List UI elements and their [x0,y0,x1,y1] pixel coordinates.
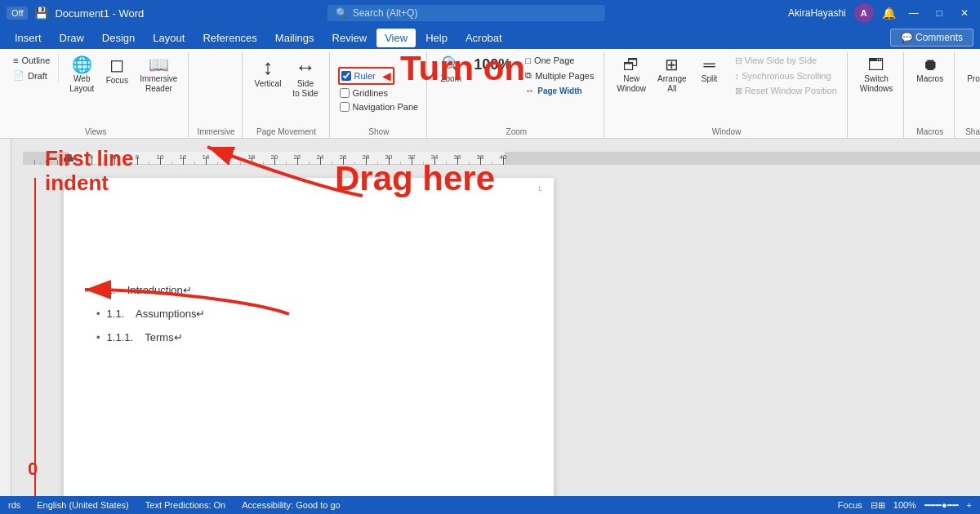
svg-rect-37 [286,162,287,165]
status-accessibility[interactable]: Accessibility: Good to go [242,500,340,510]
gridlines-checkbox[interactable] [340,88,350,98]
menu-mailings[interactable]: Mailings [267,29,323,47]
focus-icon: ◻ [109,56,124,74]
bullet-1: • [96,284,100,296]
document-page[interactable]: └ • 1. Introduction↵ • 1.1. Assumptions↵… [64,178,554,496]
svg-rect-55 [423,162,424,165]
ribbon-split-btn[interactable]: ═ Split [694,54,725,86]
doc-title: Document1 - Word [55,7,144,20]
gridlines-label: Gridlines [353,88,388,98]
menu-review[interactable]: Review [324,29,376,47]
zoom-level[interactable]: 100% [893,500,916,510]
ribbon-focus-btn[interactable]: ◻ Focus [101,54,132,88]
ribbon-switchwindows-btn[interactable]: 🗔 SwitchWindows [856,54,898,96]
svg-rect-34 [263,162,264,165]
svg-rect-64 [492,162,492,165]
ribbon-zoom-btn[interactable]: 🔍 Zoom [435,54,466,86]
menu-insert[interactable]: Insert [7,29,50,47]
save-icon[interactable]: 💾 [34,7,48,20]
menu-help[interactable]: Help [417,29,456,47]
svg-rect-22 [172,162,172,165]
menu-design[interactable]: Design [94,29,143,47]
zoom-slider[interactable]: ━━━●━━ [924,500,959,511]
svg-text:10: 10 [157,153,164,161]
close-button[interactable]: ✕ [956,7,973,19]
svg-rect-2 [34,160,35,165]
search-box[interactable]: 🔍 Search (Alt+Q) [327,5,605,21]
menu-layout[interactable]: Layout [145,29,193,47]
pagewidth-icon: ↔ [525,86,534,95]
menu-draw[interactable]: Draw [51,29,92,47]
ribbon-macros-btn[interactable]: ⏺ Macros [912,54,947,86]
menu-references[interactable]: References [194,29,265,47]
horizontal-ruler: 2 4 6 8 10 12 [23,152,980,165]
ribbon-draft-btn[interactable]: 📄 Draft [10,69,53,82]
zoom-plus[interactable]: + [967,500,972,510]
menu-bar: Insert Draw Design Layout References Mai… [0,26,980,49]
user-name: AkiraHayashi [788,7,846,19]
ribbon-newwindow-btn[interactable]: 🗗 NewWindow [612,54,650,96]
sharepoint-group-label: SharePoint [963,127,980,136]
line-text-2: 1.1. Assumptions↵ [107,308,206,320]
ribbon-pagewidth-btn[interactable]: ↔ Page Width [522,84,597,97]
ribbon-weblayout-btn[interactable]: 🌐 WebLayout [65,54,98,96]
weblayout-icon: 🌐 [72,56,92,73]
status-language[interactable]: English (United States) [37,500,129,510]
ribbon-outline-btn[interactable]: ≡ Outline [10,54,53,67]
ribbon-group-show: Ruler ◀ Gridlines Navigation Pane Show [332,52,428,138]
ruler-label: Ruler [354,71,376,81]
ribbon-group-views: ≡ Outline 📄 Draft 🌐 WebLayout ◻ Focus 📖 … [3,52,189,138]
minimize-button[interactable]: — [904,7,924,19]
ribbon-group-macros: ⏺ Macros Macros [906,52,955,138]
svg-rect-3 [40,162,41,165]
autosave-label[interactable]: Off [7,7,28,20]
navpane-checkbox[interactable] [340,102,350,112]
ribbon-syncscroll-btn[interactable]: ↕ Synchronous Scrolling [732,69,840,82]
ribbon-100pct-btn[interactable]: 100% [470,54,515,76]
ribbon-arrangeall-btn[interactable]: ⊞ ArrangeAll [653,54,691,96]
menu-acrobat[interactable]: Acrobat [457,29,510,47]
svg-text:4: 4 [90,153,94,161]
document-scroll[interactable]: └ • 1. Introduction↵ • 1.1. Assumptions↵… [23,165,980,496]
svg-rect-4 [46,160,47,165]
focus-btn[interactable]: Focus [838,500,862,510]
ruler-checkbox-label[interactable]: Ruler ◀ [338,67,394,85]
navpane-checkbox-label[interactable]: Navigation Pane [338,101,421,113]
page-corner: └ [537,186,542,195]
ribbon-vertical-btn[interactable]: ↕ Vertical [251,54,286,91]
menu-view[interactable]: View [376,29,416,47]
ribbon-multiplepages-btn[interactable]: ⧉ Multiple Pages [522,69,597,82]
restore-button[interactable]: □ [932,7,947,19]
svg-text:12: 12 [180,153,187,161]
ribbon-properties-btn[interactable]: 🗎 Properties [963,54,980,86]
doc-line-2: • 1.1. Assumptions↵ [96,308,521,320]
notification-icon[interactable]: 🔔 [882,7,896,20]
svg-rect-68 [64,158,74,162]
gridlines-checkbox-label[interactable]: Gridlines [338,87,390,99]
ribbon-group-switchwindows: 🗔 SwitchWindows [849,52,905,138]
ribbon-viewsidebyside-btn[interactable]: ⊟ View Side by Side [732,54,840,68]
red-vertical-line [34,178,36,496]
ruler-checkbox[interactable] [341,71,351,81]
comments-button[interactable]: 💬 Comments [890,29,973,47]
zoom-icon: 🔍 [441,56,461,73]
pagemovement-group-label: Page Movement [251,127,323,136]
search-icon: 🔍 [336,7,348,19]
ribbon-group-immersive: Immersive [190,52,242,138]
svg-text:28: 28 [363,153,370,161]
svg-text:18: 18 [248,153,256,161]
ribbon-immersive-btn[interactable]: 📖 ImmersiveReader [136,54,181,96]
title-bar: Off 💾 Document1 - Word 🔍 Search (Alt+Q) … [0,0,980,26]
ribbon-sidetoside-btn[interactable]: ↔ Sideto Side [288,54,322,101]
views-group-label: Views [10,127,181,136]
outline-icon: ≡ [13,55,18,65]
newwindow-icon: 🗗 [623,56,639,73]
svg-text:14: 14 [203,153,210,161]
ribbon-onepage-btn[interactable]: □ One Page [522,54,597,67]
zero-annotation: 0 [28,459,38,480]
status-textpred[interactable]: Text Predictions: On [145,500,225,510]
ribbon-resetwindow-btn[interactable]: ⊠ Reset Window Position [732,84,840,98]
doc-line-3: • 1.1.1. Terms↵ [96,331,521,343]
svg-text:8: 8 [136,153,140,161]
avatar[interactable]: A [854,3,874,23]
